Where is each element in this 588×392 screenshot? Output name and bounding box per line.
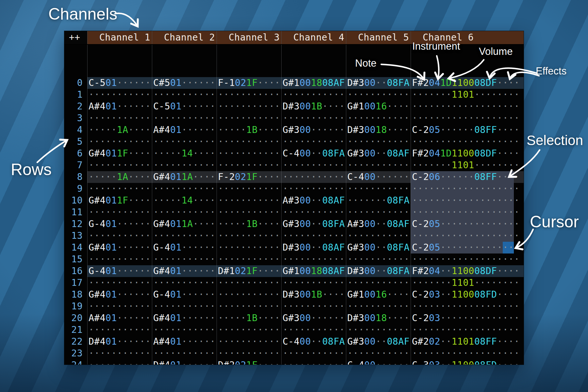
cell-ch1-row16[interactable]: G-401······ <box>87 265 152 277</box>
cell-ch5-row12[interactable]: A#300··08AF <box>346 218 411 230</box>
pattern-row-0[interactable]: 0C-501······C#501······F-1021F····G#1001… <box>64 77 524 89</box>
cell-ch6-row21[interactable]: ··················· <box>411 324 524 336</box>
cell-ch6-row9[interactable]: ··················· <box>411 183 524 195</box>
channel-header-2[interactable]: Channel 2 <box>152 31 217 44</box>
cell-ch2-row0[interactable]: C#501······ <box>152 77 217 89</box>
cell-ch3-row2[interactable]: ··········· <box>217 101 281 112</box>
cell-ch4-row15[interactable]: ··········· <box>281 253 346 265</box>
pattern-row-3[interactable]: 3·······································… <box>64 112 524 124</box>
cell-ch4-row4[interactable]: G#300······ <box>281 124 346 136</box>
cell-ch2-row13[interactable]: ··········· <box>152 230 217 242</box>
cell-ch4-row0[interactable]: G#1001808AF <box>281 77 346 89</box>
cell-ch2-row19[interactable]: ··········· <box>152 301 217 312</box>
cell-ch6-row22[interactable]: G#202··110108FF···· <box>411 336 524 348</box>
cell-ch6-row10[interactable]: ··················· <box>411 195 524 206</box>
cell-ch1-row7[interactable]: ··········· <box>87 159 152 171</box>
cell-ch2-row23[interactable]: ··········· <box>152 348 217 359</box>
cell-ch4-row7[interactable]: ··········· <box>281 159 346 171</box>
cell-ch6-row14[interactable]: C-205·············· <box>411 242 524 253</box>
cell-ch5-row22[interactable]: G#300··08AF <box>346 336 411 348</box>
pattern-row-16[interactable]: 16G-401······G#401······D#1021F····G#100… <box>64 265 524 277</box>
cell-ch5-row19[interactable]: ··········· <box>346 301 411 312</box>
cell-ch1-row5[interactable]: ··········· <box>87 136 152 148</box>
pattern-row-18[interactable]: 18G#401······G-401·················D#300… <box>64 289 524 301</box>
pattern-row-9[interactable]: 9·······································… <box>64 183 524 195</box>
cell-ch1-row14[interactable]: G#401······ <box>87 242 152 253</box>
cell-ch5-row15[interactable]: ··········· <box>346 253 411 265</box>
cell-ch5-row14[interactable]: G#300··08FA <box>346 242 411 253</box>
cell-ch3-row19[interactable]: ··········· <box>217 301 281 312</box>
cell-ch1-row8[interactable]: ·····1A···· <box>87 171 152 183</box>
cell-ch5-row17[interactable]: ··········· <box>346 277 411 289</box>
cell-ch4-row8[interactable]: ··········· <box>281 171 346 183</box>
cell-ch5-row3[interactable]: ··········· <box>346 112 411 124</box>
cell-ch4-row6[interactable]: C-400··08FA <box>281 148 346 159</box>
cell-ch5-row16[interactable]: D#300··08FA <box>346 265 411 277</box>
cell-ch2-row2[interactable]: C-501······ <box>152 101 217 112</box>
cell-ch4-row14[interactable]: D#300··08AF <box>281 242 346 253</box>
cell-ch5-row4[interactable]: D#30018···· <box>346 124 411 136</box>
cell-ch2-row15[interactable]: ··········· <box>152 253 217 265</box>
cell-ch1-row6[interactable]: G#4011F···· <box>87 148 152 159</box>
cell-ch6-row2[interactable]: ··················· <box>411 101 524 112</box>
cell-ch3-row16[interactable]: D#1021F···· <box>217 265 281 277</box>
channel-header-1[interactable]: Channel 1 <box>87 31 152 44</box>
cell-ch4-row12[interactable]: G#300··08FA <box>281 218 346 230</box>
cell-ch4-row11[interactable]: ··········· <box>281 206 346 218</box>
cell-ch6-row8[interactable]: C-206······08FF···· <box>411 171 524 183</box>
cell-ch3-row23[interactable]: ··········· <box>217 348 281 359</box>
cell-ch2-row24[interactable]: D#401······ <box>152 359 217 365</box>
pattern-row-12[interactable]: 12G-401······G#4011A·········1B····G#300… <box>64 218 524 230</box>
cell-ch6-row1[interactable]: ·······1101········ <box>411 89 524 101</box>
cell-ch4-row10[interactable]: A#300··08AF <box>281 195 346 206</box>
cell-ch4-row19[interactable]: ··········· <box>281 301 346 312</box>
cell-ch1-row17[interactable]: ··········· <box>87 277 152 289</box>
cell-ch2-row7[interactable]: ··········· <box>152 159 217 171</box>
cell-ch5-row8[interactable]: C-400······ <box>346 171 411 183</box>
pattern-row-1[interactable]: 1·······································… <box>64 89 524 101</box>
channel-header-3[interactable]: Channel 3 <box>217 31 281 44</box>
cell-ch2-row1[interactable]: ··········· <box>152 89 217 101</box>
cell-ch4-row24[interactable]: ··········· <box>281 359 346 365</box>
cell-ch4-row2[interactable]: D#3001B···· <box>281 101 346 112</box>
cell-ch1-row0[interactable]: C-501······ <box>87 77 152 89</box>
cell-ch6-row6[interactable]: F#2041D110008DF···· <box>411 148 524 159</box>
cell-ch6-row13[interactable]: ··················· <box>411 230 524 242</box>
cell-ch2-row8[interactable]: G#4011A···· <box>152 171 217 183</box>
cell-ch2-row3[interactable]: ··········· <box>152 112 217 124</box>
cell-ch5-row1[interactable]: ··········· <box>346 89 411 101</box>
pattern-row-22[interactable]: 22D#401······A#401·················C-400… <box>64 336 524 348</box>
cell-ch4-row18[interactable]: D#3001B···· <box>281 289 346 301</box>
cell-ch3-row3[interactable]: ··········· <box>217 112 281 124</box>
cell-ch1-row20[interactable]: A#401······ <box>87 312 152 324</box>
cell-ch1-row3[interactable]: ··········· <box>87 112 152 124</box>
cell-ch6-row17[interactable]: ·······1101········ <box>411 277 524 289</box>
cell-ch5-row7[interactable]: ··········· <box>346 159 411 171</box>
cell-ch2-row9[interactable]: ··········· <box>152 183 217 195</box>
cell-ch2-row10[interactable]: ·····14···· <box>152 195 217 206</box>
cell-ch5-row20[interactable]: D#30018···· <box>346 312 411 324</box>
cell-ch1-row11[interactable]: ··········· <box>87 206 152 218</box>
cell-ch4-row23[interactable]: ··········· <box>281 348 346 359</box>
cell-ch4-row16[interactable]: G#1001808AF <box>281 265 346 277</box>
cell-ch5-row5[interactable]: ··········· <box>346 136 411 148</box>
cell-ch3-row5[interactable]: ··········· <box>217 136 281 148</box>
cell-ch1-row15[interactable]: ··········· <box>87 253 152 265</box>
cell-ch3-row13[interactable]: ··········· <box>217 230 281 242</box>
pattern-row-7[interactable]: 7·······································… <box>64 159 524 171</box>
pattern-row-2[interactable]: 2A#401······C-501·················D#3001… <box>64 101 524 112</box>
cell-ch2-row22[interactable]: A#401······ <box>152 336 217 348</box>
cell-ch5-row2[interactable]: G#10016···· <box>346 101 411 112</box>
cell-ch4-row5[interactable]: ··········· <box>281 136 346 148</box>
cell-ch2-row16[interactable]: G#401······ <box>152 265 217 277</box>
cell-ch1-row2[interactable]: A#401······ <box>87 101 152 112</box>
cell-ch6-row7[interactable]: ·······1101········ <box>411 159 524 171</box>
cell-ch3-row22[interactable]: ··········· <box>217 336 281 348</box>
cell-ch6-row3[interactable]: ··················· <box>411 112 524 124</box>
cell-ch3-row7[interactable]: ··········· <box>217 159 281 171</box>
cell-ch3-row20[interactable]: ·····1B···· <box>217 312 281 324</box>
cell-ch3-row6[interactable]: ··········· <box>217 148 281 159</box>
cell-ch2-row20[interactable]: G#401······ <box>152 312 217 324</box>
cell-ch4-row22[interactable]: C-400··08FA <box>281 336 346 348</box>
cell-ch1-row21[interactable]: ··········· <box>87 324 152 336</box>
